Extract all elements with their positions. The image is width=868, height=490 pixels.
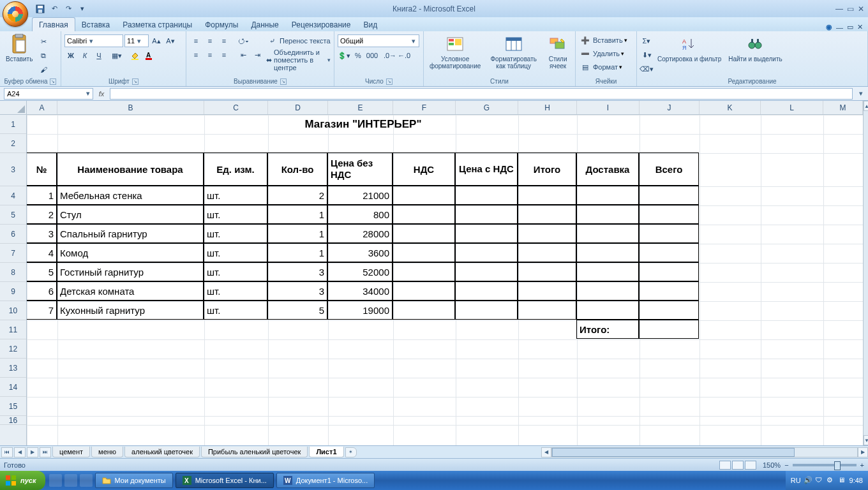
column-header[interactable]: L [761,101,823,114]
align-dialog-icon[interactable]: ↘ [280,78,287,85]
cell[interactable]: шт. [204,224,267,243]
cell[interactable]: 3 [267,281,327,301]
orientation-icon[interactable]: ⭯▾ [237,34,250,47]
row-header[interactable]: 8 [0,263,26,282]
sort-filter-button[interactable]: АЯСортировка и фильтр [655,33,724,64]
font-size-combo[interactable]: 11▾ [124,34,149,47]
cell[interactable]: 19000 [327,301,393,320]
row-header[interactable]: 9 [0,282,26,301]
font-dialog-icon[interactable]: ↘ [132,78,138,85]
cell[interactable]: 52000 [327,262,393,281]
cell[interactable]: Всего [639,152,699,186]
tray-icon-4[interactable]: 🖥 [838,476,847,485]
view-page-break-icon[interactable] [745,461,756,470]
cell[interactable]: 34000 [327,281,393,301]
cell[interactable] [639,262,699,281]
column-header[interactable]: K [700,101,761,114]
number-dialog-icon[interactable]: ↘ [386,78,393,85]
paste-button[interactable]: Вставить [3,33,35,64]
select-all-corner[interactable] [0,101,27,115]
row-header[interactable]: 3 [0,153,26,186]
align-left-icon[interactable]: ≡ [190,48,202,61]
cell[interactable] [518,186,576,205]
cut-icon[interactable]: ✂ [37,35,50,48]
clipboard-dialog-icon[interactable]: ↘ [50,78,56,85]
clock[interactable]: 9:48 [849,477,863,484]
cell[interactable] [455,281,518,301]
cell[interactable]: 800 [327,205,393,224]
taskbar-word[interactable]: WДокумент1 - Microso... [276,473,375,488]
merge-center-button[interactable]: ⬌Объединить и поместить в центре▾ [266,48,331,71]
conditional-formatting-button[interactable]: Условное форматирование [427,33,483,71]
cell[interactable] [576,186,639,205]
cell[interactable] [576,301,639,320]
cell[interactable] [576,281,639,301]
cell[interactable]: 7 [27,301,57,320]
cell[interactable]: Спальный гарнитур [57,224,204,243]
scroll-left-icon[interactable]: ◀ [541,447,551,457]
cell[interactable]: Стул [57,205,204,224]
increase-indent-icon[interactable]: ⇥ [251,48,264,61]
cell[interactable] [518,262,576,281]
taskbar-my-documents[interactable]: Мои документы [95,473,173,488]
cell[interactable]: 1 [27,186,57,205]
align-right-icon[interactable]: ≡ [218,48,230,61]
cell[interactable]: 28000 [327,224,393,243]
worksheet-grid[interactable]: 12345678910111213141516 ABCDEFGHIJKLM Ма… [0,101,868,445]
cell[interactable]: Наименование товара [57,152,204,186]
zoom-slider[interactable] [793,464,857,466]
formula-expand-icon[interactable]: ▾ [857,89,865,98]
format-painter-icon[interactable]: 🖌 [37,63,50,76]
italic-button[interactable]: К [79,49,91,62]
cell[interactable]: 1 [267,224,327,243]
increase-decimal-icon[interactable]: .0→ [384,49,396,62]
tab-review[interactable]: Рецензирование [285,18,357,31]
row-header[interactable]: 6 [0,225,26,244]
doc-close-button[interactable]: ✕ [857,23,863,31]
new-sheet-icon[interactable]: ✶ [345,447,357,457]
cell[interactable]: Цена без НДС [327,152,393,186]
ql-icon-1[interactable] [49,474,62,487]
cell[interactable] [639,320,699,339]
tab-home[interactable]: Главная [32,17,75,31]
cell[interactable]: Кухонный гарнитур [57,301,204,320]
sheet-nav-last-icon[interactable]: ⏭ [40,447,51,457]
start-button[interactable]: пуск [0,471,45,490]
shrink-font-icon[interactable]: A▾ [164,34,177,47]
sheet-nav-next-icon[interactable]: ▶ [27,447,38,457]
row-header[interactable]: 14 [0,378,26,397]
align-middle-icon[interactable]: ≡ [204,34,216,47]
doc-restore-button[interactable]: ▭ [847,23,853,31]
cell[interactable]: Мебельная стенка [57,186,204,205]
doc-minimize-button[interactable]: — [836,24,843,31]
cell[interactable] [455,243,518,262]
sheet-tab[interactable]: аленький цветочек [124,447,200,457]
decrease-decimal-icon[interactable]: ←.0 [398,49,410,62]
cell[interactable]: Итого: [576,320,639,339]
cell[interactable]: 3 [267,262,327,281]
cell[interactable]: шт. [204,301,267,320]
cell[interactable] [455,224,518,243]
cell[interactable] [393,224,455,243]
tab-page-layout[interactable]: Разметка страницы [116,18,198,31]
cell[interactable] [576,224,639,243]
copy-icon[interactable]: ⧉ [37,49,50,62]
scroll-right-icon[interactable]: ▶ [858,447,868,457]
office-button[interactable] [3,1,28,27]
cell[interactable]: Магазин "ИНТЕРЬЕР" [27,115,700,134]
cell[interactable]: 5 [267,301,327,320]
sheet-nav-prev-icon[interactable]: ◀ [14,447,26,457]
view-normal-icon[interactable] [719,461,731,470]
cell[interactable] [576,243,639,262]
align-center-icon[interactable]: ≡ [204,48,216,61]
format-cells-button[interactable]: ▤Формат▾ [579,61,622,73]
help-icon[interactable]: ◉ [826,23,832,31]
cell[interactable] [639,243,699,262]
column-header[interactable]: D [268,101,328,114]
cell[interactable]: НДС [393,152,455,186]
scroll-up-icon[interactable]: ▲ [864,101,868,111]
cell[interactable] [393,243,455,262]
view-page-layout-icon[interactable] [732,461,744,470]
sheet-tab[interactable]: меню [91,447,123,457]
column-header[interactable]: I [577,101,640,114]
